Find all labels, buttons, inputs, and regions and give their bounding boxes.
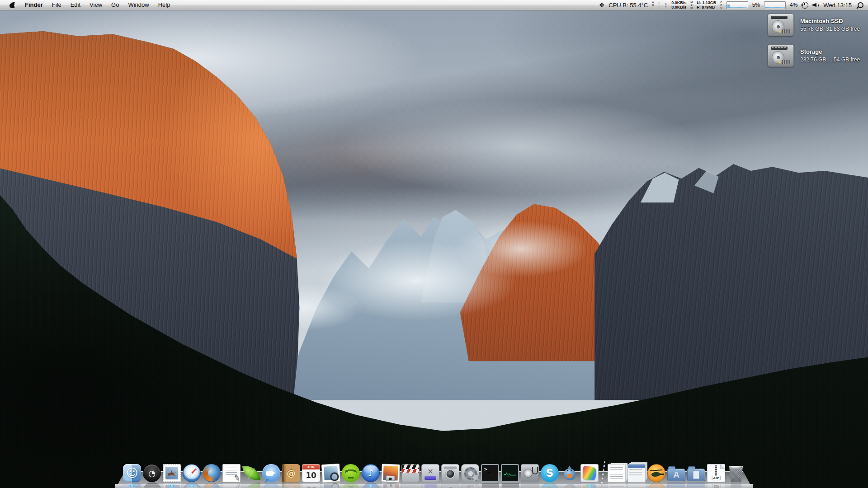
sysprefs-icon-face — [461, 464, 479, 482]
appsfolder-icon-face: A — [667, 469, 685, 481]
dock-terminal-icon[interactable]: >_>_ — [481, 464, 499, 482]
apple-menu[interactable] — [5, 2, 20, 8]
diskutility-icon-detail — [524, 469, 533, 478]
hard-drive-icon — [768, 14, 794, 36]
dock-addressbook-icon[interactable]: @@ — [282, 464, 300, 482]
dock-itunes-icon[interactable]: ♪♪ — [362, 464, 380, 482]
menu-go[interactable]: Go — [107, 0, 123, 10]
terminal-icon-face: >_ — [481, 464, 499, 482]
dock-finder-icon[interactable]: ☺☺ — [123, 464, 141, 482]
dock-dashboard-icon[interactable]: ◔◔ — [143, 464, 161, 482]
dock: ☺☺◔◔✎✎@@JUN10JUN10♪♪✕✕>_>_SS••••AAZIPZIP — [118, 462, 750, 488]
dock-docsfolder-icon[interactable] — [687, 464, 705, 482]
trash-icon-detail — [730, 463, 742, 469]
dock-ichat-icon[interactable] — [262, 464, 280, 482]
zipfile-icon-glyph: ZIP — [712, 476, 721, 480]
grapher-running-indicator — [588, 485, 592, 487]
cpu-percent-1: 5% — [752, 2, 760, 8]
dock-winstack-icon[interactable] — [627, 464, 646, 482]
menu-finder[interactable]: Finder — [20, 0, 47, 10]
volume-icon[interactable] — [812, 2, 819, 8]
dock-grapher-icon[interactable] — [580, 464, 599, 482]
cpu-temperature[interactable]: CPU B: 55.4°C — [609, 2, 648, 9]
compressor-icon-face: ✕ — [421, 464, 439, 482]
compressor-icon-glyph: ✕ — [427, 467, 433, 476]
trash-icon-face — [727, 464, 745, 482]
safari-icon-face — [183, 464, 201, 482]
menu-bar-menus: Finder File Edit View Go Window Help — [0, 0, 175, 10]
dock-ical-icon[interactable]: JUN10JUN10 — [302, 464, 320, 482]
dashboard-icon-glyph: ◔ — [148, 469, 156, 478]
ichat-icon-detail — [266, 471, 273, 476]
network-throughput[interactable]: 0.0KB/s 0.0KB/s — [671, 0, 686, 9]
dock-zipfile-icon[interactable]: ZIPZIP — [707, 464, 725, 482]
memory-usage[interactable]: U: 1.13GB F: 879MB — [697, 0, 716, 9]
dock-items: ☺☺◔◔✎✎@@JUN10JUN10♪♪✕✕>_>_SS••••AAZIPZIP — [118, 462, 750, 482]
ical-icon-glyph: 10 — [306, 471, 316, 480]
menu-file[interactable]: File — [47, 0, 66, 10]
disk-activity-indicators[interactable]: ○○ — [658, 1, 660, 9]
coda-icon-detail — [248, 467, 255, 479]
dock-trash-icon[interactable] — [727, 464, 745, 482]
dock-diskutility-icon[interactable] — [521, 464, 539, 482]
dashboard-icon-face: ◔ — [143, 464, 161, 482]
chopper-icon-detail — [651, 472, 660, 477]
finder-icon-glyph: ☺ — [126, 467, 138, 479]
docsfolder-icon-face — [687, 469, 705, 481]
menu-view[interactable]: View — [85, 0, 107, 10]
diskutility-icon-face — [521, 464, 539, 482]
desktop-wallpaper[interactable] — [0, 0, 868, 488]
dock-mail-icon[interactable] — [163, 464, 181, 482]
menu-edit[interactable]: Edit — [66, 0, 85, 10]
dock-safari-icon[interactable] — [183, 464, 201, 482]
sysprefs-icon-detail — [464, 467, 477, 480]
dock-appsfolder-icon[interactable]: AA — [667, 464, 685, 482]
preview-icon-face — [321, 464, 340, 483]
ical-icon-face: JUN10 — [302, 464, 320, 482]
menu-window[interactable]: Window — [123, 0, 153, 10]
dock-firefox-icon[interactable] — [203, 464, 221, 482]
desktop-icon-texts: Macintosh SSD 55.78 GB, 31.83 GB free — [800, 18, 860, 32]
skype-icon-glyph: S — [546, 467, 554, 479]
dock-docstack-icon[interactable] — [608, 464, 626, 482]
desktop-icon-storage[interactable]: Storage 232.76 GB, ...54 GB free — [768, 44, 860, 67]
dock-skype-icon[interactable]: SS — [541, 464, 559, 482]
dock-textedit-icon[interactable]: ✎✎ — [222, 464, 241, 482]
cpu-history-graph-2[interactable] — [764, 1, 786, 9]
dock-activity-icon[interactable] — [501, 464, 519, 482]
network-arrows-icon: ▲▼ — [664, 2, 667, 8]
desktop-icon-macintosh-ssd[interactable]: Macintosh SSD 55.78 GB, 31.83 GB free — [768, 14, 860, 36]
dock-preview-icon[interactable] — [322, 464, 340, 482]
dock-imovie-icon[interactable] — [401, 464, 420, 482]
cpu-history-graph-1[interactable] — [726, 1, 748, 9]
dock-imagecapture-icon[interactable] — [441, 464, 459, 482]
dock-sysprefs-icon[interactable] — [461, 464, 479, 482]
upload-speed: 0.0KB/s — [671, 0, 686, 5]
textedit-icon-face: ✎ — [222, 464, 241, 482]
spotlight-icon[interactable] — [858, 2, 863, 8]
grapher-icon-detail — [583, 466, 596, 480]
menu-help[interactable]: Help — [154, 0, 175, 10]
dock-twitterrific-icon[interactable]: •••• — [561, 464, 579, 482]
download-speed: 0.0KB/s — [671, 5, 686, 9]
time-machine-icon[interactable] — [802, 2, 808, 9]
appsfolder-icon-glyph: A — [673, 470, 679, 479]
menu-bar-clock[interactable]: Wed 13:15 — [823, 2, 852, 9]
dock-chopper-icon[interactable] — [647, 464, 665, 482]
mail-icon-detail — [165, 467, 178, 479]
chopper-icon-face — [647, 464, 665, 482]
dropbox-icon[interactable]: ❖ — [599, 1, 605, 9]
mail-running-indicator — [170, 485, 174, 487]
menu-bar: Finder File Edit View Go Window Help ❖ C… — [0, 0, 868, 10]
dock-spotify-icon[interactable] — [342, 464, 360, 482]
volume-info: 55.78 GB, 31.83 GB free — [800, 26, 860, 32]
dock-iphoto-icon[interactable] — [382, 464, 400, 482]
memory-free: F: 879MB — [697, 5, 716, 9]
docstack-icon-detail — [610, 467, 623, 479]
dock-coda-icon[interactable] — [242, 464, 260, 482]
dock-compressor-icon[interactable]: ✕✕ — [421, 464, 439, 482]
firefox-icon-face — [203, 464, 221, 482]
coda-icon-face — [242, 464, 261, 483]
dock-separator — [600, 462, 606, 482]
grapher-icon-face — [580, 464, 599, 482]
